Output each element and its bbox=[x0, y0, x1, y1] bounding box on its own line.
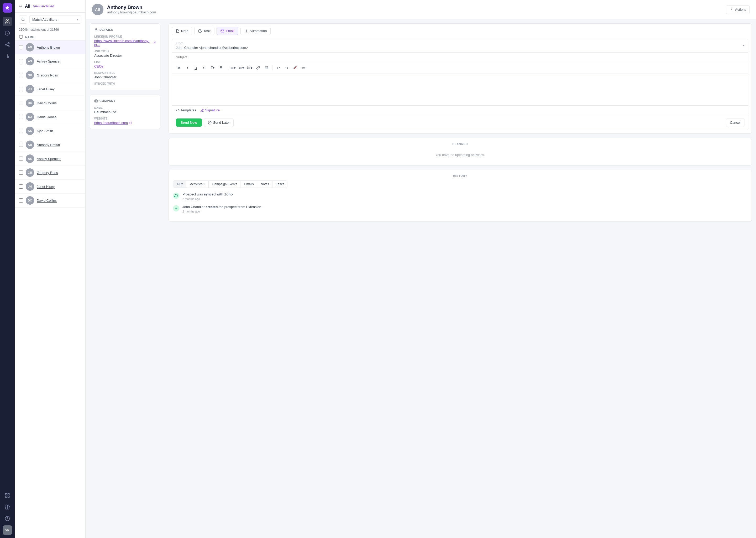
prospect-row[interactable]: GR Gregory Ross bbox=[15, 166, 85, 180]
editor-toolbar: B I U S T▾ ▾ ▾ bbox=[172, 62, 748, 74]
prospect-row[interactable]: KS Kyle Smith bbox=[15, 124, 85, 138]
select-all-checkbox[interactable] bbox=[19, 35, 23, 39]
prospect-checkbox[interactable] bbox=[19, 87, 23, 91]
prospect-name[interactable]: Anthony Brown bbox=[37, 45, 60, 49]
prospect-checkbox[interactable] bbox=[19, 185, 23, 188]
timeline-time: 2 months ago bbox=[182, 210, 747, 213]
nav-item-gift[interactable] bbox=[3, 502, 12, 512]
nav-item-grid[interactable] bbox=[3, 491, 12, 500]
image-button[interactable] bbox=[263, 64, 270, 72]
prospect-row[interactable]: JH Janet Hisey bbox=[15, 82, 85, 96]
activity-tabs-card: Note Task Email bbox=[168, 24, 752, 134]
prospect-row[interactable]: GR Gregory Ross bbox=[15, 68, 85, 82]
prospect-checkbox[interactable] bbox=[19, 101, 23, 105]
prospect-checkbox[interactable] bbox=[19, 129, 23, 133]
unordered-list-button[interactable]: ▾ bbox=[246, 64, 253, 72]
prospect-avatar: GR bbox=[26, 71, 34, 79]
send-now-button[interactable]: Send Now bbox=[176, 119, 202, 127]
cancel-button[interactable]: Cancel bbox=[726, 118, 744, 127]
tab-automation[interactable]: Automation bbox=[240, 27, 271, 35]
prospect-name[interactable]: Anthony Brown bbox=[37, 143, 60, 147]
prospect-checkbox[interactable] bbox=[19, 198, 23, 202]
nav-avatar[interactable]: VR bbox=[3, 525, 12, 535]
from-dropdown-icon[interactable]: ▾ bbox=[743, 44, 744, 47]
prospect-checkbox[interactable] bbox=[19, 45, 23, 49]
prospect-row[interactable]: DJ Daniel Jones bbox=[15, 110, 85, 124]
history-tab-tasks[interactable]: Tasks bbox=[273, 181, 287, 188]
prospect-row[interactable]: DC David Collins bbox=[15, 96, 85, 110]
timeline-content: John Chandler created the prospect from … bbox=[182, 205, 747, 213]
history-tab-notes[interactable]: Notes bbox=[258, 181, 272, 188]
tab-task[interactable]: Task bbox=[194, 27, 214, 35]
prospect-avatar: JH bbox=[26, 182, 34, 191]
templates-link[interactable]: Templates bbox=[176, 108, 196, 112]
prospect-row[interactable]: AB Anthony Brown bbox=[15, 40, 85, 54]
prospect-row[interactable]: AB Anthony Brown bbox=[15, 138, 85, 152]
list-link[interactable]: CEOs bbox=[94, 64, 156, 68]
view-archived-link[interactable]: View archived bbox=[33, 4, 54, 8]
source-button[interactable]: </> bbox=[300, 64, 307, 72]
prospect-name[interactable]: Gregory Ross bbox=[37, 73, 58, 77]
send-later-button[interactable]: Send Later bbox=[204, 118, 234, 127]
back-arrow-icon[interactable]: ↦ bbox=[19, 4, 22, 9]
filter-button[interactable]: Match ALL filters ▾ bbox=[29, 15, 81, 24]
bold-button[interactable]: B bbox=[175, 64, 183, 72]
search-button[interactable] bbox=[19, 15, 27, 24]
nav-item-help[interactable] bbox=[3, 514, 12, 523]
prospect-name[interactable]: Daniel Jones bbox=[37, 115, 57, 119]
actions-button[interactable]: ⋮ Actions bbox=[726, 5, 750, 14]
prospect-checkbox[interactable] bbox=[19, 73, 23, 77]
history-tab-all[interactable]: All 2 bbox=[173, 181, 186, 188]
nav-item-tasks[interactable] bbox=[3, 28, 12, 38]
prospect-row[interactable]: JH Janet Hisey bbox=[15, 180, 85, 193]
tab-note[interactable]: Note bbox=[172, 27, 192, 35]
prospect-checkbox[interactable] bbox=[19, 157, 23, 161]
strikethrough-button[interactable]: S bbox=[201, 64, 208, 72]
linkedin-link[interactable]: https://www.linkedin.com/in/anthony-br..… bbox=[94, 39, 156, 47]
prospect-checkbox[interactable] bbox=[19, 143, 23, 147]
prospect-row[interactable]: AS Ashley Spencer bbox=[15, 152, 85, 166]
svg-point-24 bbox=[246, 30, 247, 31]
timeline-icon bbox=[173, 205, 179, 211]
color-button[interactable] bbox=[217, 64, 225, 72]
redo-button[interactable]: ↪ bbox=[283, 64, 290, 72]
prospect-checkbox[interactable] bbox=[19, 115, 23, 119]
prospect-checkbox[interactable] bbox=[19, 59, 23, 63]
undo-button[interactable]: ↩ bbox=[275, 64, 282, 72]
subject-input[interactable] bbox=[176, 55, 744, 59]
nav-item-network[interactable] bbox=[3, 40, 12, 49]
svg-point-36 bbox=[247, 69, 248, 69]
detail-right: Note Task Email bbox=[164, 19, 756, 538]
prospect-name[interactable]: Kyle Smith bbox=[37, 129, 53, 133]
italic-button[interactable]: I bbox=[184, 64, 191, 72]
nav-item-analytics[interactable] bbox=[3, 51, 12, 61]
prospect-checkbox[interactable] bbox=[19, 171, 23, 175]
prospect-row[interactable]: AS Ashley Spencer bbox=[15, 54, 85, 68]
history-tab-campaign_events[interactable]: Campaign Events bbox=[209, 181, 241, 188]
prospect-name[interactable]: Janet Hisey bbox=[37, 185, 55, 188]
prospect-name[interactable]: Ashley Spencer bbox=[37, 59, 61, 63]
ordered-list-button[interactable]: ▾ bbox=[238, 64, 245, 72]
prospect-name[interactable]: David Collins bbox=[37, 198, 57, 202]
history-tab-activities[interactable]: Activities 2 bbox=[187, 181, 209, 188]
clear-format-button[interactable] bbox=[291, 64, 299, 72]
link-button[interactable] bbox=[254, 64, 262, 72]
tab-email[interactable]: Email bbox=[216, 27, 238, 35]
prospect-name[interactable]: Janet Hisey bbox=[37, 87, 55, 91]
history-tab-emails[interactable]: Emails bbox=[241, 181, 257, 188]
prospect-avatar: KS bbox=[26, 127, 34, 135]
prospect-name[interactable]: Ashley Spencer bbox=[37, 157, 61, 161]
website-link[interactable]: https://baumbach.com bbox=[94, 121, 156, 125]
editor-body[interactable] bbox=[172, 74, 748, 105]
prospect-name[interactable]: David Collins bbox=[37, 101, 57, 105]
text-format-button[interactable]: T▾ bbox=[209, 64, 216, 72]
app-logo[interactable] bbox=[3, 3, 12, 13]
prospect-name[interactable]: Gregory Ross bbox=[37, 171, 58, 175]
underline-button[interactable]: U bbox=[192, 64, 200, 72]
linkedin-field: LINKEDIN PROFILE https://www.linkedin.co… bbox=[94, 35, 156, 47]
prospect-row[interactable]: DC David Collins bbox=[15, 193, 85, 207]
nav-item-people[interactable] bbox=[3, 17, 12, 26]
prospect-avatar: DC bbox=[26, 196, 34, 205]
signature-link[interactable]: Signature bbox=[200, 108, 220, 112]
align-button[interactable]: ▾ bbox=[229, 64, 237, 72]
